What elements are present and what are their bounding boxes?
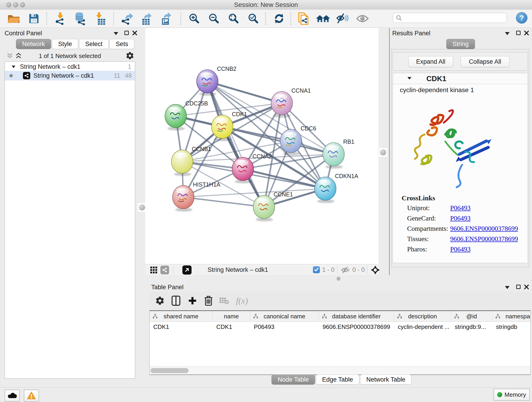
table-panel-float-icon[interactable] (516, 285, 520, 289)
control-panel-menu-icon[interactable] (114, 32, 118, 35)
network-graph[interactable]: CCNB2CCNA1CDC25BCDK1CDC6RB1CCNB1CCNA2CDK… (145, 28, 379, 264)
crosslink-link[interactable]: P06493 (450, 245, 471, 253)
table-cell[interactable]: 9606.ENSP00000378699 (319, 322, 394, 332)
show-columns-button[interactable] (170, 294, 182, 307)
network-tree-child-row[interactable]: String Network – cdk1 11 48 (5, 71, 135, 80)
string-view-icon[interactable] (160, 266, 169, 274)
warnings-button[interactable] (24, 390, 39, 402)
crosslink-link[interactable]: 9606.ENSP00000378699 (450, 235, 518, 242)
clone-network-button[interactable] (296, 12, 311, 26)
open-in-window-icon[interactable] (182, 265, 191, 274)
create-column-button[interactable] (186, 294, 199, 307)
import-network-from-database-button[interactable] (73, 12, 88, 26)
control-panel-float-icon[interactable] (124, 31, 129, 35)
tab-edge-table[interactable]: Edge Table (316, 375, 359, 385)
delete-table-button[interactable] (218, 294, 230, 307)
column-header-canonical-name[interactable]: canonical name (250, 311, 319, 322)
node-CDC25B[interactable]: CDC25B (165, 100, 208, 130)
edge-CCNE1-HIST1H1A[interactable] (183, 197, 264, 207)
network-options-gear-icon[interactable] (126, 51, 134, 60)
search-input[interactable] (404, 13, 504, 22)
delete-column-button[interactable] (202, 294, 215, 307)
node-table[interactable]: shared namenamecanonical namedatabase id… (149, 310, 531, 375)
show-all-button[interactable] (355, 12, 370, 26)
export-network-button[interactable] (120, 12, 134, 26)
tab-sets[interactable]: Sets (109, 39, 134, 49)
columns-icon (171, 295, 181, 306)
table-cell[interactable]: CDK1 (150, 322, 213, 332)
crosslink-link[interactable]: P06493 (450, 204, 471, 211)
column-header-description[interactable]: description (394, 311, 451, 322)
tab-network-table[interactable]: Network Table (360, 375, 412, 385)
scrollbar-thumb[interactable] (151, 368, 189, 373)
tab-string[interactable]: String (446, 39, 475, 49)
node-CCNB2[interactable]: CCNB2 (196, 65, 236, 96)
column-header--id[interactable]: @id (451, 311, 492, 322)
column-header-shared-name[interactable]: shared name (150, 311, 213, 322)
control-panel-close-icon[interactable] (132, 30, 138, 36)
horizontal-splitter-handle[interactable] (336, 277, 341, 281)
tree-expand-icon[interactable] (12, 65, 15, 68)
import-network-button[interactable] (53, 12, 68, 26)
table-tabs: Node TableEdge TableNetwork Table (272, 375, 412, 385)
tab-network[interactable]: Network (16, 39, 51, 49)
hide-selected-button[interactable] (336, 12, 350, 26)
network-tree-root-row[interactable]: String Network – cdk1 1 (5, 63, 135, 71)
collection-count: 1 (128, 63, 131, 70)
node-CDKN1A[interactable]: CDKN1A (315, 173, 358, 203)
results-panel-close-icon[interactable] (524, 30, 529, 36)
search-field[interactable] (393, 13, 507, 23)
table-cell[interactable]: cyclin-dependent ... (394, 322, 451, 332)
table-options-button[interactable] (153, 294, 166, 307)
import-table-button[interactable] (93, 12, 107, 26)
refresh-button[interactable] (272, 12, 286, 26)
zoom-fit-button[interactable] (226, 12, 241, 26)
column-header-name[interactable]: name (213, 311, 250, 322)
table-cell[interactable]: CDK1 (213, 322, 250, 332)
column-header-namespace[interactable]: namespace (492, 311, 531, 322)
results-panel-menu-icon[interactable] (505, 32, 510, 35)
export-image-button[interactable] (159, 12, 174, 26)
table-cell[interactable]: stringdb (492, 322, 531, 332)
right-splitter-line[interactable] (389, 28, 390, 275)
zoom-in-button[interactable] (187, 12, 202, 26)
cloud-sync-button[interactable] (5, 390, 20, 402)
birdseye-view-icon[interactable] (371, 265, 380, 274)
table-cell[interactable]: P06493 (250, 322, 319, 332)
node-RB1[interactable]: RB1 (323, 138, 355, 169)
expand-all-button[interactable]: Expand All (408, 56, 453, 67)
table-horizontal-scrollbar[interactable] (150, 366, 530, 375)
hidden-eye-slash-icon (341, 267, 350, 273)
table-panel-close-icon[interactable] (524, 284, 529, 290)
edge-CCNB2-CCNE1[interactable] (207, 81, 264, 207)
table-row[interactable]: CDK1CDK1P064939606.ENSP00000378699cyclin… (150, 322, 530, 332)
network-canvas[interactable]: CCNB2CCNA1CDC25BCDK1CDC6RB1CCNB1CCNA2CDK… (145, 28, 379, 264)
table-panel-menu-icon[interactable] (505, 286, 510, 289)
gene-section-header[interactable]: CDK1 (393, 73, 528, 84)
table-cell[interactable]: stringdb:9... (451, 322, 492, 332)
column-label: shared name (164, 313, 198, 320)
right-splitter-handle[interactable] (378, 147, 388, 157)
results-panel-float-icon[interactable] (516, 31, 520, 35)
tab-node-table[interactable]: Node Table (272, 375, 315, 385)
collapse-all-button[interactable]: Collapse All (461, 56, 510, 67)
grid-view-icon[interactable] (150, 266, 158, 274)
zoom-selected-button[interactable] (246, 12, 261, 26)
save-session-button[interactable] (27, 12, 41, 26)
tab-style[interactable]: Style (52, 39, 78, 49)
node-label-CCNA2: CCNA2 (253, 153, 272, 160)
open-session-button[interactable] (6, 12, 21, 26)
zoom-out-button[interactable] (207, 12, 221, 26)
tab-select[interactable]: Select (79, 39, 109, 49)
selected-checkbox[interactable] (313, 266, 320, 273)
memory-button[interactable]: Memory (494, 389, 530, 401)
help-button[interactable]: ? (516, 12, 527, 24)
export-table-button[interactable] (139, 12, 154, 26)
toolbar-separator (265, 12, 266, 25)
section-collapse-icon[interactable] (408, 77, 412, 80)
function-builder-button[interactable]: f(x) (233, 294, 251, 307)
crosslink-link[interactable]: 9606.ENSP00000378699 (450, 225, 518, 232)
crosslink-link[interactable]: P06493 (450, 215, 471, 222)
column-header-database-identifier[interactable]: database identifier (319, 311, 394, 322)
home-button[interactable] (316, 12, 330, 26)
